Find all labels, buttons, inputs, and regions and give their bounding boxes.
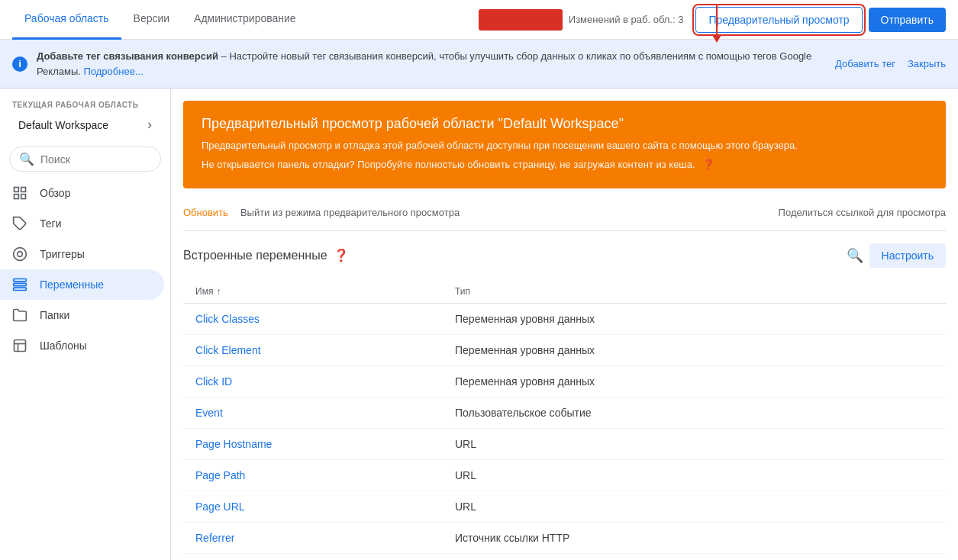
main-layout: ТЕКУЩАЯ РАБОЧАЯ ОБЛАСТЬ Default Workspac…: [0, 89, 958, 560]
sidebar-item-templates[interactable]: Шаблоны: [0, 330, 164, 361]
tab-versions[interactable]: Версии: [121, 0, 182, 40]
cell-type: URL: [455, 469, 934, 481]
variable-link-page-url[interactable]: Page URL: [195, 500, 245, 513]
share-preview-link[interactable]: Поделиться ссылкой для просмотра: [779, 207, 946, 218]
help-circle-icon[interactable]: ❓: [702, 159, 714, 170]
submit-button[interactable]: Отправить: [869, 8, 946, 32]
variable-link-referrer[interactable]: Referrer: [195, 532, 234, 544]
variable-link-page-path[interactable]: Page Path: [195, 469, 245, 481]
sidebar: ТЕКУЩАЯ РАБОЧАЯ ОБЛАСТЬ Default Workspac…: [0, 89, 171, 560]
cell-type: Переменная уровня данных: [455, 344, 934, 356]
cell-type: Пользовательское событие: [455, 407, 934, 419]
cell-type: Переменная уровня данных: [455, 313, 934, 325]
svg-rect-8: [14, 283, 27, 285]
exit-preview-link[interactable]: Выйти из режима предварительного просмот…: [228, 201, 472, 224]
cell-name: Page URL: [195, 500, 455, 513]
cell-type: URL: [455, 438, 934, 450]
section-actions: 🔍 Настроить: [847, 243, 946, 268]
svg-rect-1: [21, 188, 26, 192]
configure-button[interactable]: Настроить: [869, 243, 946, 268]
workspace-selector[interactable]: Default Workspace ›: [12, 112, 158, 137]
help-icon[interactable]: ❓: [334, 248, 349, 262]
sidebar-item-triggers-label: Триггеры: [40, 248, 85, 260]
workspace-label: ТЕКУЩАЯ РАБОЧАЯ ОБЛАСТЬ: [12, 101, 158, 109]
arrow-indicator: [712, 5, 721, 43]
sidebar-item-variables[interactable]: Переменные: [0, 269, 164, 300]
info-link[interactable]: Подробнее...: [83, 66, 143, 77]
template-icon: [12, 338, 27, 353]
search-icon: 🔍: [19, 152, 34, 166]
svg-rect-7: [14, 279, 27, 282]
preview-banner: Предварительный просмотр рабочей области…: [183, 101, 946, 188]
table-row: Page Path URL: [183, 460, 946, 491]
cell-name: Page Path: [195, 469, 455, 481]
preview-actions: Обновить Выйти из режима предварительног…: [183, 195, 946, 231]
close-info-button[interactable]: Закрыть: [908, 58, 946, 69]
sidebar-item-overview[interactable]: Обзор: [0, 178, 164, 208]
sidebar-item-overview-label: Обзор: [40, 187, 70, 199]
table-search-icon[interactable]: 🔍: [847, 247, 863, 264]
variable-link-click-classes[interactable]: Click Classes: [195, 313, 260, 325]
sidebar-item-triggers[interactable]: Триггеры: [0, 239, 164, 269]
svg-rect-9: [14, 288, 27, 290]
col-header-name: Имя ↑: [195, 286, 455, 297]
section-header: Встроенные переменные ❓ 🔍 Настроить: [183, 243, 946, 268]
search-input[interactable]: [40, 153, 151, 166]
svg-rect-0: [15, 188, 19, 192]
variable-link-click-element[interactable]: Click Element: [195, 344, 261, 356]
sidebar-item-folders[interactable]: Папки: [0, 300, 164, 330]
arrow-line: [716, 5, 718, 35]
changes-label: Изменений в раб. обл.: 3: [569, 14, 684, 25]
table-header: Имя ↑ Тип: [183, 280, 946, 304]
cell-name: Page Hostname: [195, 438, 455, 450]
tab-workspace[interactable]: Рабочая область: [12, 0, 121, 40]
overview-icon: [12, 185, 27, 201]
variable-link-click-id[interactable]: Click ID: [195, 375, 232, 388]
arrow-head: [712, 35, 721, 43]
info-banner-text: Добавьте тег связывания конверсий – Наст…: [37, 49, 826, 79]
search-box[interactable]: 🔍: [9, 146, 161, 172]
svg-rect-3: [21, 195, 26, 199]
col-header-type: Тип: [455, 286, 934, 297]
changes-badge-red: [479, 9, 563, 31]
table-row: Event Пользовательское событие: [183, 397, 946, 429]
workspace-section: ТЕКУЩАЯ РАБОЧАЯ ОБЛАСТЬ Default Workspac…: [0, 95, 170, 140]
cell-name: Referrer: [195, 532, 455, 544]
cell-name: Click Classes: [195, 313, 455, 325]
variable-icon: [12, 277, 27, 292]
info-actions: Добавить тег Закрыть: [835, 58, 946, 69]
preview-banner-line2-text: Не открывается панель отладки? Попробуйт…: [202, 159, 695, 170]
variable-link-page-hostname[interactable]: Page Hostname: [195, 438, 272, 450]
folder-icon: [12, 307, 27, 323]
table-row: Page Hostname URL: [183, 429, 946, 460]
table-row: Referrer Источник ссылки HTTP: [183, 523, 946, 554]
tab-admin[interactable]: Администрирование: [182, 0, 308, 40]
cell-type: Переменная уровня данных: [455, 375, 934, 388]
variable-link-event[interactable]: Event: [195, 407, 223, 419]
svg-rect-10: [15, 340, 26, 352]
workspace-name: Default Workspace: [18, 119, 108, 131]
refresh-preview-link[interactable]: Обновить: [183, 201, 228, 224]
sidebar-item-variables-label: Переменные: [40, 278, 104, 291]
svg-rect-2: [15, 195, 19, 199]
cell-type: Источник ссылки HTTP: [455, 532, 934, 544]
cell-name: Event: [195, 407, 455, 419]
sidebar-item-templates-label: Шаблоны: [40, 340, 87, 352]
cell-name: Click Element: [195, 344, 455, 356]
sort-asc-icon[interactable]: ↑: [216, 286, 221, 297]
svg-point-6: [18, 252, 23, 257]
content-area: Предварительный просмотр рабочей области…: [171, 89, 958, 560]
preview-banner-line2: Не открывается панель отладки? Попробуйт…: [202, 157, 927, 173]
sidebar-item-tags[interactable]: Теги: [0, 208, 164, 239]
section-title: Встроенные переменные: [183, 249, 327, 262]
table-row: Page URL URL: [183, 491, 946, 523]
svg-point-5: [14, 248, 27, 261]
trigger-icon: [12, 246, 27, 262]
table-row: Click ID Переменная уровня данных: [183, 366, 946, 397]
tag-icon: [12, 216, 27, 231]
add-tag-button[interactable]: Добавить тег: [835, 58, 895, 69]
info-banner: i Добавьте тег связывания конверсий – На…: [0, 40, 958, 89]
sidebar-item-folders-label: Папки: [40, 309, 69, 321]
preview-banner-line1: Предварительный просмотр и отладка этой …: [202, 138, 927, 154]
cell-name: Click ID: [195, 375, 455, 388]
